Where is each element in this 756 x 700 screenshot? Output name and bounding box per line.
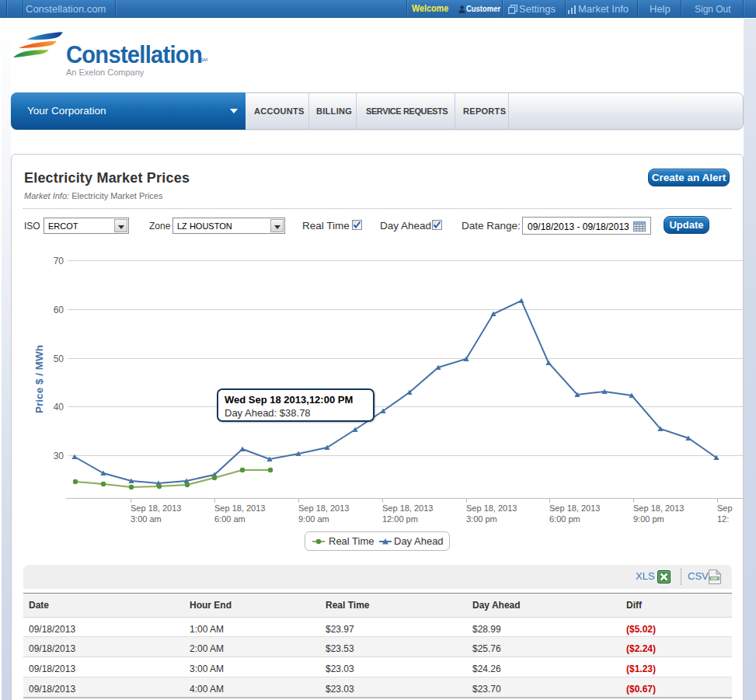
svg-text:Sep 18, 2013: Sep 18, 2013 [466,503,517,513]
svg-text:6:00 pm: 6:00 pm [549,514,580,524]
svg-text:Sep 18, 2013: Sep 18, 2013 [633,503,684,513]
svg-text:Sep 18, 2013: Sep 18, 2013 [214,503,265,513]
svg-text:6:00 am: 6:00 am [214,514,246,524]
svg-text:70: 70 [54,256,64,266]
svg-text:Sep 18, 2013: Sep 18, 2013 [549,503,600,513]
svg-text:9:00 am: 9:00 am [298,514,329,524]
svg-text:12:00 pm: 12:00 pm [382,514,418,524]
svg-text:Sep 18, 2013: Sep 18, 2013 [131,503,181,513]
svg-text:9:00 pm: 9:00 pm [633,514,664,524]
svg-text:60: 60 [54,305,64,315]
svg-text:Sep 18, 2013: Sep 18, 2013 [298,503,349,513]
svg-text:12:: 12: [717,514,729,524]
svg-text:50: 50 [54,353,64,364]
svg-text:Sep 18, 2013: Sep 18, 2013 [382,503,433,513]
svg-text:3:00 am: 3:00 am [131,514,162,524]
svg-text:40: 40 [54,402,64,413]
svg-text:30: 30 [54,451,64,461]
svg-text:3:00 pm: 3:00 pm [466,514,497,524]
svg-text:Price $ / MWh: Price $ / MWh [33,345,45,413]
svg-text:csv: csv [711,576,717,580]
svg-text:Sep: Sep [717,503,733,513]
